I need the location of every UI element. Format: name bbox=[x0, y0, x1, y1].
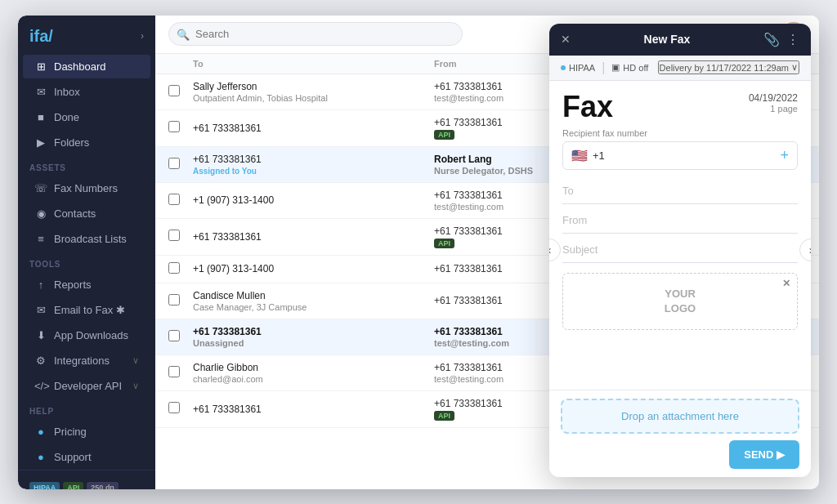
sidebar-nav-developer-api[interactable]: </> Developer API ∨ bbox=[23, 374, 150, 398]
row-checkbox[interactable] bbox=[168, 294, 180, 306]
done-icon: ■ bbox=[34, 111, 47, 123]
sidebar-nav-support[interactable]: ● Support bbox=[23, 445, 150, 469]
sidebar-item-label: Email to Fax ✱ bbox=[54, 304, 125, 316]
sidebar-logo-area: ifa/ › bbox=[18, 16, 155, 54]
sidebar-nav-app-downloads[interactable]: ⬇ App Downloads bbox=[23, 323, 150, 347]
sidebar-item-label: Done bbox=[54, 111, 79, 123]
search-input[interactable] bbox=[168, 22, 463, 46]
to-sub: Unassigned bbox=[193, 338, 434, 348]
hd-option[interactable]: ▣ HD off bbox=[611, 62, 648, 73]
sidebar-nav-fax-numbers[interactable]: ☏ Fax Numbers bbox=[23, 176, 150, 200]
pricing-icon: ● bbox=[34, 426, 47, 438]
sidebar-item-label: Developer API bbox=[54, 380, 122, 392]
logo-line2: LOGO bbox=[665, 301, 696, 316]
row-checkbox[interactable] bbox=[168, 330, 180, 341]
row-checkbox[interactable] bbox=[168, 85, 180, 96]
hipaa-dot bbox=[561, 65, 566, 70]
sidebar-item-label: Inbox bbox=[54, 86, 80, 98]
storage-badge: 250 dn bbox=[87, 482, 119, 489]
sidebar-nav-contacts[interactable]: ◉ Contacts bbox=[23, 202, 150, 225]
fax-numbers-icon: ☏ bbox=[34, 182, 47, 194]
new-fax-body: Fax 04/19/2022 1 page Recipient fax numb… bbox=[549, 81, 811, 390]
dashboard-icon: ⊞ bbox=[34, 60, 47, 73]
header-to: To bbox=[193, 59, 434, 69]
fax-options-tags: HIPAA | ▣ HD off bbox=[561, 60, 648, 75]
recipient-label: Recipient fax number bbox=[562, 128, 798, 138]
chevron-down-icon-2: ∨ bbox=[132, 381, 139, 391]
fax-date: 04/19/2022 bbox=[749, 92, 798, 104]
drop-attachment-zone[interactable]: Drop an attachment here bbox=[561, 399, 799, 434]
chevron-down-icon: ∨ bbox=[791, 62, 798, 73]
to-name: Sally Jefferson bbox=[193, 81, 434, 92]
new-fax-header: ✕ New Fax 📎 ⋮ bbox=[549, 24, 811, 56]
api-badge: API bbox=[434, 130, 454, 140]
sidebar-item-label: Reports bbox=[54, 279, 92, 291]
to-name: +61 733381361 bbox=[193, 123, 434, 134]
logo-placeholder: ✕ YOUR LOGO bbox=[562, 273, 798, 330]
sidebar-item-label: Folders bbox=[54, 136, 89, 149]
to-name: +61 733381361 bbox=[193, 154, 434, 165]
remove-logo-button[interactable]: ✕ bbox=[782, 277, 790, 291]
support-icon: ● bbox=[34, 451, 47, 463]
new-fax-panel: ✕ New Fax 📎 ⋮ HIPAA | ▣ HD off Deliver bbox=[549, 24, 811, 477]
sidebar-nav-inbox[interactable]: ✉ Inbox bbox=[23, 80, 150, 104]
to-name: +1 (907) 313-1400 bbox=[193, 194, 434, 206]
fax-number-input-wrap: 🇺🇸 + bbox=[562, 141, 798, 170]
fax-big-title: Fax bbox=[562, 92, 613, 122]
attach-icon[interactable]: 📎 bbox=[763, 32, 780, 47]
sidebar-collapse-icon[interactable]: › bbox=[141, 30, 144, 42]
tools-section-label: TOOLS bbox=[18, 252, 155, 272]
sidebar-bottom: HIPAA API 250 dn iFax Plus ⚙ 35% used ⓘ bbox=[18, 470, 155, 489]
header-checkbox bbox=[168, 59, 193, 69]
to-field-input[interactable] bbox=[562, 178, 798, 204]
sidebar-item-label: Pricing bbox=[54, 426, 87, 438]
fax-date-info: 04/19/2022 1 page bbox=[749, 92, 798, 114]
sidebar: ifa/ › ⊞ Dashboard ✉ Inbox ■ Done ▶ Fold… bbox=[18, 16, 155, 489]
sidebar-nav-broadcast-lists[interactable]: ≡ Broadcast Lists bbox=[23, 227, 150, 251]
assets-section-label: ASSETS bbox=[18, 155, 155, 176]
sidebar-nav-reports[interactable]: ↑ Reports bbox=[23, 273, 150, 297]
help-section-label: HELP bbox=[18, 399, 155, 419]
close-button[interactable]: ✕ bbox=[561, 33, 571, 46]
inbox-icon: ✉ bbox=[34, 86, 47, 98]
row-checkbox[interactable] bbox=[168, 121, 180, 132]
sidebar-item-label: Integrations bbox=[54, 355, 110, 367]
send-button[interactable]: SEND ▶ bbox=[729, 440, 799, 469]
sidebar-nav-folders[interactable]: ▶ Folders bbox=[23, 131, 150, 154]
hipaa-option[interactable]: HIPAA bbox=[561, 63, 595, 73]
to-sub: Case Manager, 3J Campuse bbox=[193, 302, 434, 312]
sidebar-item-label: App Downloads bbox=[54, 329, 128, 341]
row-checkbox[interactable] bbox=[168, 402, 180, 413]
sidebar-nav-email-to-fax[interactable]: ✉ Email to Fax ✱ bbox=[23, 298, 150, 322]
to-name: Charlie Gibbon bbox=[193, 362, 434, 373]
delivery-option[interactable]: Delivery by 11/17/2022 11:29am ∨ bbox=[658, 60, 799, 74]
row-checkbox[interactable] bbox=[168, 262, 180, 274]
sidebar-nav-dashboard[interactable]: ⊞ Dashboard bbox=[23, 55, 150, 78]
more-options-icon[interactable]: ⋮ bbox=[786, 32, 799, 47]
fax-page-count: 1 page bbox=[749, 104, 798, 114]
new-fax-footer: Drop an attachment here SEND ▶ bbox=[549, 390, 811, 477]
row-checkbox[interactable] bbox=[168, 366, 180, 377]
to-name: Candisce Mullen bbox=[193, 290, 434, 301]
broadcast-icon: ≡ bbox=[34, 233, 47, 245]
assigned-tag: Assigned to You bbox=[193, 167, 434, 176]
folder-icon: ▶ bbox=[34, 136, 47, 149]
chevron-down-icon: ∨ bbox=[132, 355, 139, 366]
logo-line1: YOUR bbox=[665, 287, 696, 301]
search-wrap: 🔍 bbox=[168, 22, 463, 46]
row-checkbox[interactable] bbox=[168, 230, 180, 241]
fax-number-input[interactable] bbox=[593, 149, 775, 162]
subject-field-input[interactable] bbox=[562, 237, 798, 263]
add-number-button[interactable]: + bbox=[780, 147, 789, 164]
to-name: +1 (907) 313-1400 bbox=[193, 263, 434, 274]
row-checkbox[interactable] bbox=[168, 194, 180, 205]
app-container: ifa/ › ⊞ Dashboard ✉ Inbox ■ Done ▶ Fold… bbox=[18, 16, 819, 489]
sidebar-nav-integrations[interactable]: ⚙ Integrations ∨ bbox=[23, 349, 150, 372]
downloads-icon: ⬇ bbox=[34, 329, 47, 341]
sidebar-item-label: Contacts bbox=[54, 207, 96, 220]
new-fax-sub-header: HIPAA | ▣ HD off Delivery by 11/17/2022 … bbox=[549, 56, 811, 81]
row-checkbox[interactable] bbox=[168, 158, 180, 169]
from-field-input[interactable] bbox=[562, 207, 798, 234]
sidebar-nav-done[interactable]: ■ Done bbox=[23, 105, 150, 129]
sidebar-nav-pricing[interactable]: ● Pricing bbox=[23, 420, 150, 444]
